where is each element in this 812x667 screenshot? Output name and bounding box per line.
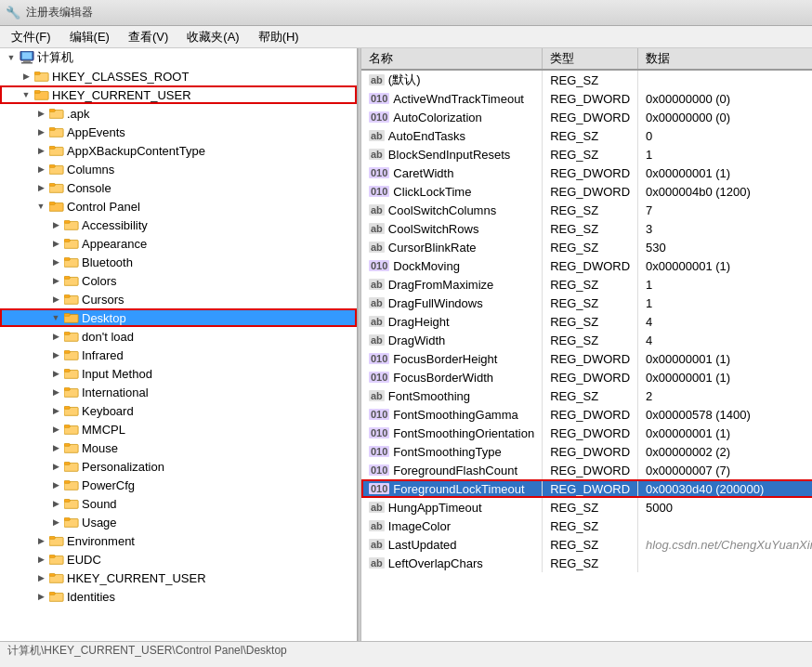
expand-icon-cursors[interactable]: ▶ xyxy=(48,292,63,307)
value-row-leftoverlapchars[interactable]: abLeftOverlapCharsREG_SZ xyxy=(361,554,812,572)
value-row-cursorblinkrate[interactable]: abCursorBlinkRateREG_SZ530 xyxy=(361,238,812,256)
tree-item-bluetooth[interactable]: ▶ Bluetooth xyxy=(0,253,357,271)
expand-icon-usage[interactable]: ▶ xyxy=(48,515,63,530)
value-row-dragfrommaximize[interactable]: abDragFromMaximizeREG_SZ1 xyxy=(361,275,812,294)
svg-rect-49 xyxy=(64,481,70,484)
tree-item-hkey_current_user2[interactable]: ▶ HKEY_CURRENT_USER xyxy=(0,569,357,587)
value-row-autocolorization[interactable]: 010AutoColorizationREG_DWORD0x00000000 (… xyxy=(361,108,812,126)
value-row-imagecolor[interactable]: abImageColorREG_SZ xyxy=(361,517,812,535)
tree-item-environment[interactable]: ▶ Environment xyxy=(0,531,357,550)
expand-icon-eudc[interactable]: ▶ xyxy=(33,552,48,567)
tree-item-colors[interactable]: ▶ Colors xyxy=(0,271,357,290)
expand-icon-input_method[interactable]: ▶ xyxy=(48,366,63,381)
expand-icon-accessibility[interactable]: ▶ xyxy=(48,217,63,232)
expand-icon-desktop[interactable]: ▼ xyxy=(48,310,63,325)
svg-rect-25 xyxy=(64,258,70,261)
tree-item-appxbackupcontenttype[interactable]: ▶ AppXBackupContentType xyxy=(0,141,357,160)
tree-item-columns[interactable]: ▶ Columns xyxy=(0,160,357,178)
reg-icon-name: abDragWidth xyxy=(369,334,445,347)
expand-icon-computer[interactable]: ▼ xyxy=(4,50,19,65)
value-row-fontsmoothingorientation[interactable]: 010FontSmoothingOrientationREG_DWORD0x00… xyxy=(361,424,812,442)
expand-icon-mmcpl[interactable]: ▶ xyxy=(48,422,63,437)
value-row-foregroundlocktimeout[interactable]: 010ForegroundLockTimeoutREG_DWORD0x00030… xyxy=(361,479,812,498)
tree-item-control_panel[interactable]: ▼ Control Panel xyxy=(0,197,357,216)
expand-icon-environment[interactable]: ▶ xyxy=(33,533,48,548)
expand-icon-powercfg[interactable]: ▶ xyxy=(48,477,63,492)
value-row-focusborderwidth[interactable]: 010FocusBorderWidthREG_DWORD0x00000001 (… xyxy=(361,368,812,386)
tree-item-appevents[interactable]: ▶ AppEvents xyxy=(0,123,357,141)
expand-icon-appxbackupcontenttype[interactable]: ▶ xyxy=(33,143,48,158)
tree-item-hkey_current_user[interactable]: ▼ HKEY_CURRENT_USER xyxy=(0,85,357,104)
expand-icon-hkey_current_user2[interactable]: ▶ xyxy=(33,570,48,585)
value-row-fontsmoothingtype[interactable]: 010FontSmoothingTypeREG_DWORD0x00000002 … xyxy=(361,442,812,461)
expand-icon-dont_load[interactable]: ▶ xyxy=(48,329,63,344)
expand-icon-mouse[interactable]: ▶ xyxy=(48,440,63,455)
value-row-dockmoving[interactable]: 010DockMovingREG_DWORD0x00000001 (1) xyxy=(361,256,812,275)
tree-item-mouse[interactable]: ▶ Mouse xyxy=(0,438,357,457)
tree-item-sound[interactable]: ▶ Sound xyxy=(0,494,357,513)
reg-icon-name: 010ClickLockTime xyxy=(369,185,471,199)
menu-help[interactable]: 帮助(H) xyxy=(251,27,307,47)
value-row-caretwidth[interactable]: 010CaretWidthREG_DWORD0x00000001 (1) xyxy=(361,163,812,182)
tree-item-eudc[interactable]: ▶ EUDC xyxy=(0,550,357,569)
menu-view[interactable]: 查看(V) xyxy=(121,27,176,47)
tree-item-apk[interactable]: ▶ .apk xyxy=(0,104,357,123)
menu-file[interactable]: 文件(F) xyxy=(4,27,59,47)
tree-item-input_method[interactable]: ▶ Input Method xyxy=(0,364,357,383)
expand-icon-sound[interactable]: ▶ xyxy=(48,496,63,511)
values-pane[interactable]: 名称 类型 数据 ab(默认)REG_SZ010ActiveWndTrackTi… xyxy=(361,48,812,641)
expand-icon-apk[interactable]: ▶ xyxy=(33,106,48,121)
tree-item-mmcpl[interactable]: ▶ MMCPL xyxy=(0,420,357,438)
value-row-default[interactable]: ab(默认)REG_SZ xyxy=(361,70,812,89)
expand-icon-appevents[interactable]: ▶ xyxy=(33,124,48,139)
tree-pane[interactable]: ▼ 计算机▶ HKEY_CLASSES_ROOT▼ HKEY_CURRENT_U… xyxy=(0,48,358,641)
tree-item-computer[interactable]: ▼ 计算机 xyxy=(0,48,357,67)
expand-icon-hkey_classes_root[interactable]: ▶ xyxy=(19,69,33,84)
value-row-hungapptimeout[interactable]: abHungAppTimeoutREG_SZ5000 xyxy=(361,498,812,517)
value-row-lastupdated[interactable]: abLastUpdatedREG_SZhlog.csdn.net/ChengXu… xyxy=(361,535,812,554)
tree-item-usage[interactable]: ▶ Usage xyxy=(0,513,357,531)
value-row-autoendtasks[interactable]: abAutoEndTasksREG_SZ0 xyxy=(361,126,812,145)
tree-item-console[interactable]: ▶ Console xyxy=(0,178,357,197)
tree-item-dont_load[interactable]: ▶ don't load xyxy=(0,327,357,346)
value-row-dragheight[interactable]: abDragHeightREG_SZ4 xyxy=(361,312,812,331)
svg-rect-55 xyxy=(49,537,55,540)
value-row-dragfullwindows[interactable]: abDragFullWindowsREG_SZ1 xyxy=(361,294,812,312)
expand-icon-keyboard[interactable]: ▶ xyxy=(48,403,63,418)
expand-icon-personalization[interactable]: ▶ xyxy=(48,459,63,474)
value-row-focusborderheight[interactable]: 010FocusBorderHeightREG_DWORD0x00000001 … xyxy=(361,349,812,368)
expand-icon-columns[interactable]: ▶ xyxy=(33,162,48,177)
tree-item-powercfg[interactable]: ▶ PowerCfg xyxy=(0,476,357,494)
expand-icon-bluetooth[interactable]: ▶ xyxy=(48,255,63,269)
expand-icon-appearance[interactable]: ▶ xyxy=(48,236,63,251)
value-row-coolswitchcolumns[interactable]: abCoolSwitchColumnsREG_SZ7 xyxy=(361,201,812,219)
menu-edit[interactable]: 编辑(E) xyxy=(62,27,117,47)
tree-item-personalization[interactable]: ▶ Personalization xyxy=(0,457,357,476)
tree-item-desktop[interactable]: ▼ Desktop xyxy=(0,308,357,327)
expand-icon-hkey_current_user[interactable]: ▼ xyxy=(19,87,33,102)
expand-icon-international[interactable]: ▶ xyxy=(48,385,63,399)
menu-favorites[interactable]: 收藏夹(A) xyxy=(179,27,246,47)
tree-item-international[interactable]: ▶ International xyxy=(0,383,357,401)
value-row-dragwidth[interactable]: abDragWidthREG_SZ4 xyxy=(361,331,812,349)
tree-item-hkey_classes_root[interactable]: ▶ HKEY_CLASSES_ROOT xyxy=(0,67,357,85)
tree-item-identities[interactable]: ▶ Identities xyxy=(0,587,357,606)
expand-icon-control_panel[interactable]: ▼ xyxy=(33,199,48,214)
value-row-fontsmoothingamma[interactable]: 010FontSmoothingGammaREG_DWORD0x00000578… xyxy=(361,405,812,424)
tree-item-infrared[interactable]: ▶ Infrared xyxy=(0,346,357,364)
expand-icon-console[interactable]: ▶ xyxy=(33,180,48,195)
expand-icon-infrared[interactable]: ▶ xyxy=(48,347,63,362)
expand-icon-colors[interactable]: ▶ xyxy=(48,273,63,288)
tree-item-cursors[interactable]: ▶ Cursors xyxy=(0,290,357,308)
expand-icon-identities[interactable]: ▶ xyxy=(33,589,48,604)
value-row-coolswitchrows[interactable]: abCoolSwitchRowsREG_SZ3 xyxy=(361,219,812,238)
tree-item-appearance[interactable]: ▶ Appearance xyxy=(0,234,357,253)
folder-icon-keyboard xyxy=(63,403,80,418)
value-row-fontsmoothing[interactable]: abFontSmoothingREG_SZ2 xyxy=(361,386,812,405)
value-row-activewndtracktimeout[interactable]: 010ActiveWndTrackTimeoutREG_DWORD0x00000… xyxy=(361,89,812,108)
tree-item-keyboard[interactable]: ▶ Keyboard xyxy=(0,401,357,420)
value-row-blocksendinputresets[interactable]: abBlockSendInputResetsREG_SZ1 xyxy=(361,145,812,163)
tree-item-accessibility[interactable]: ▶ Accessibility xyxy=(0,216,357,234)
value-row-clicklocktime[interactable]: 010ClickLockTimeREG_DWORD0x000004b0 (120… xyxy=(361,182,812,201)
value-row-foregroundflashcount[interactable]: 010ForegroundFlashCountREG_DWORD0x000000… xyxy=(361,461,812,479)
